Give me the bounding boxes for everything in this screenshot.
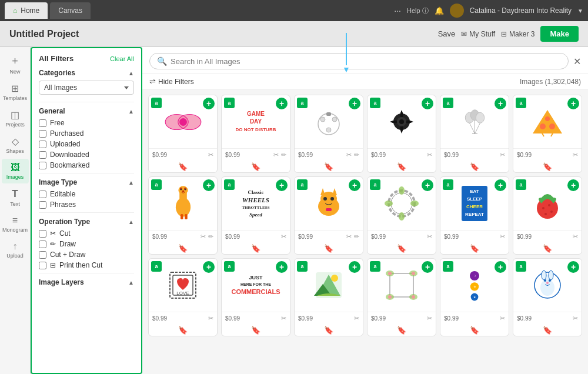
svg-rect-35: [184, 188, 186, 189]
bookmark-icon-7[interactable]: 🔖: [149, 244, 217, 253]
card-add-10[interactable]: +: [422, 179, 433, 191]
image-card-3[interactable]: a + $0.99: [294, 95, 363, 173]
image-card-11[interactable]: a + EATSLEEPCHEERREPEAT $0.99 ✂: [440, 176, 509, 255]
image-card-10[interactable]: a +: [367, 176, 436, 255]
bookmark-icon-2[interactable]: 🔖: [222, 162, 290, 171]
bookmark-icon-15[interactable]: 🔖: [295, 326, 363, 335]
clear-all-button[interactable]: Clear All: [110, 55, 134, 62]
tab-home[interactable]: ⌂ Home: [5, 2, 48, 19]
card-add-13[interactable]: +: [203, 261, 215, 273]
sidebar-item-images[interactable]: 🖼 Images: [2, 159, 29, 183]
image-card-18[interactable]: a +: [513, 258, 582, 336]
save-button[interactable]: Save: [438, 29, 456, 38]
bookmark-icon-13[interactable]: 🔖: [149, 326, 217, 335]
image-card-8[interactable]: a + Classic WHEELS THROTTLESS Speed: [221, 176, 290, 255]
filter-uploaded[interactable]: Uploaded: [39, 140, 134, 148]
card-add-15[interactable]: +: [349, 261, 360, 273]
draw-checkbox[interactable]: [39, 241, 46, 248]
image-card-12[interactable]: a +: [513, 176, 582, 255]
filter-print-cut[interactable]: ⊟ Print then Cut: [39, 261, 134, 269]
bookmark-icon-16[interactable]: 🔖: [368, 326, 436, 335]
image-card-14[interactable]: a + JUST HERE FOR THE COMMERCIALS $0.99: [221, 258, 290, 336]
bookmark-icon-4[interactable]: 🔖: [368, 162, 436, 171]
sidebar-item-projects[interactable]: ◫ Projects: [2, 106, 29, 131]
bookmarked-checkbox[interactable]: [39, 162, 46, 169]
card-add-9[interactable]: +: [349, 179, 360, 191]
card-add-8[interactable]: +: [276, 179, 288, 191]
card-add-18[interactable]: +: [567, 261, 579, 273]
image-card-9[interactable]: a +: [294, 176, 363, 255]
bookmark-icon-1[interactable]: 🔖: [149, 162, 217, 171]
image-card-16[interactable]: a +: [367, 258, 436, 336]
card-add-11[interactable]: +: [495, 179, 506, 191]
image-card-5[interactable]: a +: [440, 95, 509, 173]
svg-point-49: [410, 201, 419, 206]
filter-cut[interactable]: ✂ Cut: [39, 229, 134, 238]
filter-free[interactable]: Free: [39, 119, 134, 127]
bookmark-icon-5[interactable]: 🔖: [440, 162, 509, 171]
sidebar-item-upload[interactable]: ↑ Upload: [2, 238, 29, 262]
image-card-15[interactable]: a + $0.99: [294, 258, 363, 336]
bookmark-icon-6[interactable]: 🔖: [513, 162, 582, 171]
close-button[interactable]: ✕: [573, 56, 581, 67]
print-cut-checkbox[interactable]: [39, 262, 46, 269]
card-add-7[interactable]: +: [203, 179, 215, 191]
card-add-16[interactable]: +: [422, 261, 433, 273]
sidebar-item-templates[interactable]: ⊞ Templates: [2, 79, 29, 105]
bookmark-icon-17[interactable]: 🔖: [440, 326, 509, 335]
filter-downloaded[interactable]: Downloaded: [39, 151, 134, 159]
cut-checkbox[interactable]: [39, 230, 46, 238]
make-button[interactable]: Make: [540, 26, 579, 42]
bookmark-icon-18[interactable]: 🔖: [513, 326, 582, 335]
filter-cut-draw[interactable]: Cut + Draw: [39, 251, 134, 259]
image-card-1[interactable]: a + $0.99: [148, 95, 218, 173]
cut-draw-checkbox[interactable]: [39, 251, 46, 259]
sidebar-item-monogram[interactable]: ≡ Monogram: [2, 212, 29, 236]
bookmark-icon-10[interactable]: 🔖: [368, 244, 436, 253]
notification-button[interactable]: 🔔: [435, 6, 444, 15]
filter-phrases[interactable]: Phrases: [39, 201, 134, 209]
card-add-14[interactable]: +: [276, 261, 288, 273]
my-stuff-button[interactable]: ✉ My Stuff: [461, 30, 495, 38]
image-card-2[interactable]: a + GAMEDAYDO NOT DISTURB $0.99 ✂ ✏: [221, 95, 290, 173]
downloaded-checkbox[interactable]: [39, 151, 46, 159]
card-add-2[interactable]: +: [276, 98, 288, 109]
uploaded-checkbox[interactable]: [39, 141, 46, 148]
card-add-6[interactable]: +: [567, 98, 579, 109]
image-card-6[interactable]: a +: [513, 95, 582, 173]
image-card-7[interactable]: a +: [148, 176, 218, 255]
hide-filters-button[interactable]: ⇌ Hide Filters: [149, 77, 194, 86]
bookmark-icon-14[interactable]: 🔖: [222, 326, 290, 335]
filter-purchased[interactable]: Purchased: [39, 129, 134, 138]
help-button[interactable]: Help ⓘ: [407, 6, 429, 15]
tab-canvas[interactable]: Canvas: [50, 2, 91, 19]
search-input[interactable]: [171, 57, 561, 66]
editable-checkbox[interactable]: [39, 191, 46, 198]
card-add-4[interactable]: +: [422, 98, 433, 109]
sidebar-item-text[interactable]: T Text: [2, 185, 29, 211]
phrases-checkbox[interactable]: [39, 201, 46, 209]
bookmark-icon-8[interactable]: 🔖: [222, 244, 290, 253]
sidebar-item-shapes[interactable]: ◇ Shapes: [2, 132, 29, 158]
card-add-5[interactable]: +: [495, 98, 506, 109]
maker-button[interactable]: ⊟ Maker 3: [501, 30, 534, 38]
card-add-12[interactable]: +: [567, 179, 579, 191]
free-checkbox[interactable]: [39, 119, 46, 127]
bookmark-icon-12[interactable]: 🔖: [513, 244, 582, 253]
card-add-17[interactable]: +: [495, 261, 506, 273]
filter-editable[interactable]: Editable: [39, 190, 134, 198]
image-card-17[interactable]: a + ☽ ☀ ★: [440, 258, 509, 336]
bookmark-icon-11[interactable]: 🔖: [440, 244, 509, 253]
bookmark-icon-3[interactable]: 🔖: [295, 162, 363, 171]
filter-bookmarked[interactable]: Bookmarked: [39, 161, 134, 169]
filter-draw[interactable]: ✏ Draw: [39, 240, 134, 248]
card-add-3[interactable]: +: [349, 98, 360, 109]
purchased-checkbox[interactable]: [39, 130, 46, 138]
bookmark-icon-9[interactable]: 🔖: [295, 244, 363, 253]
card-add-1[interactable]: +: [203, 98, 215, 109]
image-card-4[interactable]: a +: [367, 95, 436, 173]
categories-dropdown[interactable]: All Images Animals Celebrations Food Nat…: [39, 81, 134, 95]
image-card-13[interactable]: a + LOVE $0.99: [148, 258, 218, 336]
ellipsis-button[interactable]: ···: [394, 6, 401, 15]
sidebar-item-new[interactable]: + New: [2, 52, 29, 78]
